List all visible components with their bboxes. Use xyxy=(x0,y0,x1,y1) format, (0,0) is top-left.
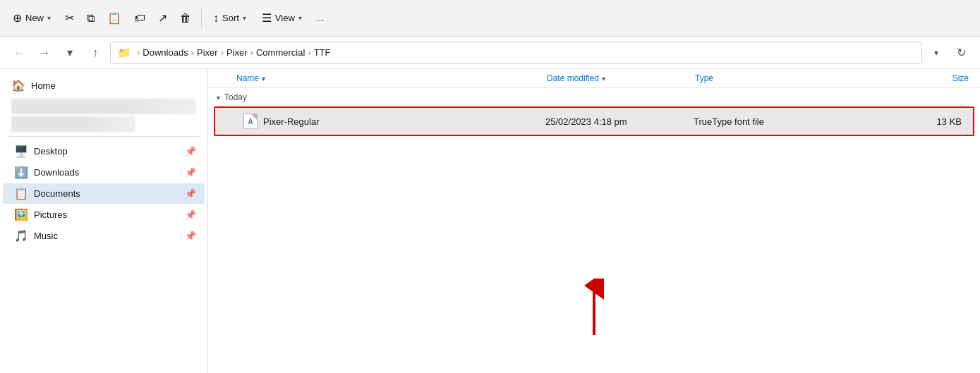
address-dropdown-button[interactable]: ▾ xyxy=(926,43,946,63)
col-date-label: Date modified xyxy=(547,73,599,83)
col-date-header[interactable]: Date modified ▾ xyxy=(547,73,695,83)
copy-button[interactable]: ⧉ xyxy=(81,8,100,28)
sidebar-item-home[interactable]: 🏠 Home xyxy=(0,75,207,97)
path-folder-icon: 📁 xyxy=(118,47,131,59)
col-size-header[interactable]: Size xyxy=(836,73,980,83)
sidebar-item-desktop[interactable]: 🖥️ Desktop 📌 xyxy=(3,141,205,161)
view-button[interactable]: ☰ View ▾ xyxy=(255,8,309,28)
file-size: 13 KB xyxy=(835,116,973,127)
sidebar-home-label: Home xyxy=(31,80,56,91)
new-button[interactable]: ⊕ New ▾ xyxy=(6,8,58,28)
sidebar-item-music[interactable]: 🎵 Music 📌 xyxy=(3,226,205,246)
music-icon: 🎵 xyxy=(14,229,28,243)
back-button[interactable]: ← xyxy=(8,42,30,63)
sidebar-item-documents[interactable]: 📋 Documents 📌 xyxy=(3,183,205,204)
copy-icon: ⧉ xyxy=(87,12,95,25)
path-separator-2: › xyxy=(221,47,224,58)
path-downloads: Downloads xyxy=(143,47,188,58)
path-separator-3: › xyxy=(250,47,253,58)
rename-icon: 🏷 xyxy=(134,12,145,25)
sidebar-desktop-label: Desktop xyxy=(34,146,179,157)
path-pixer2: Pixer xyxy=(226,47,248,58)
path-separator-4: › xyxy=(308,47,310,58)
col-name-label: Name xyxy=(236,73,259,83)
sort-button[interactable]: ↕ Sort ▾ xyxy=(206,8,253,28)
sort-icon: ↕ xyxy=(213,12,219,25)
share-button[interactable]: ↗ xyxy=(152,8,173,28)
cut-icon: ✂ xyxy=(65,11,74,25)
up-icon: ↑ xyxy=(92,47,98,59)
file-date: 25/02/2023 4:18 pm xyxy=(545,116,694,127)
sidebar-blurred-2 xyxy=(11,116,135,132)
sort-chevron-icon: ▾ xyxy=(243,14,246,22)
back-icon: ← xyxy=(13,47,25,59)
downloads-icon: ⬇️ xyxy=(14,166,28,179)
path-separator-1: › xyxy=(191,47,194,58)
rename-button[interactable]: 🏷 xyxy=(128,8,151,28)
dropdown-nav-button[interactable]: ▾ xyxy=(59,42,80,63)
paste-button[interactable]: 📋 xyxy=(102,8,127,28)
group-today-header[interactable]: ▾ Today xyxy=(208,88,980,105)
sidebar-item-pictures[interactable]: 🖼️ Pictures 📌 xyxy=(3,204,205,225)
path-commercial: Commercial xyxy=(256,47,305,58)
toolbar: ⊕ New ▾ ✂ ⧉ 📋 🏷 ↗ 🗑 ↕ Sort ▾ ☰ View ▾ ..… xyxy=(0,0,980,37)
file-type: TrueType font file xyxy=(694,116,835,127)
pin-icon-documents: 📌 xyxy=(185,188,196,199)
sidebar-pictures-label: Pictures xyxy=(34,209,179,220)
file-type-icon: A xyxy=(243,114,258,129)
delete-icon: 🗑 xyxy=(180,12,191,25)
pin-icon-desktop: 📌 xyxy=(185,146,196,157)
refresh-button[interactable]: ↻ xyxy=(950,42,972,63)
refresh-icon: ↻ xyxy=(957,46,966,59)
share-icon: ↗ xyxy=(158,11,167,25)
sidebar-music-label: Music xyxy=(34,231,179,241)
pictures-icon: 🖼️ xyxy=(14,208,28,221)
new-label: New xyxy=(25,13,44,23)
address-path[interactable]: 📁 › Downloads › Pixer › Pixer › Commerci… xyxy=(110,42,922,64)
more-options-button[interactable]: ... xyxy=(310,9,329,27)
col-type-label: Type xyxy=(695,73,713,83)
annotation-arrow xyxy=(580,279,608,345)
col-name-header[interactable]: Name ▾ xyxy=(236,73,547,83)
delete-button[interactable]: 🗑 xyxy=(174,8,197,28)
up-button[interactable]: ↑ xyxy=(85,42,106,63)
paste-icon: 📋 xyxy=(107,11,121,25)
view-icon: ☰ xyxy=(262,11,272,25)
path-pixer1: Pixer xyxy=(197,47,218,58)
sidebar-divider xyxy=(8,136,199,137)
addressbar: ← → ▾ ↑ 📁 › Downloads › Pixer › Pixer › … xyxy=(0,37,980,69)
pin-icon-downloads: 📌 xyxy=(185,167,196,178)
file-pane: Name ▾ Date modified ▾ Type Size ▾ Today… xyxy=(208,69,980,373)
sort-arrow-date: ▾ xyxy=(602,75,605,82)
forward-button[interactable]: → xyxy=(34,42,55,63)
group-chevron-icon: ▾ xyxy=(217,94,220,102)
new-icon: ⊕ xyxy=(13,11,22,25)
table-row[interactable]: A Pixer-Regular 25/02/2023 4:18 pm TrueT… xyxy=(214,106,974,136)
sidebar-item-downloads[interactable]: ⬇️ Downloads 📌 xyxy=(3,162,205,183)
col-size-label: Size xyxy=(952,73,969,83)
sidebar-documents-label: Documents xyxy=(34,188,179,199)
address-dropdown-icon: ▾ xyxy=(934,48,938,58)
view-label: View xyxy=(275,13,295,23)
home-icon: 🏠 xyxy=(11,79,25,92)
cut-button[interactable]: ✂ xyxy=(59,8,80,28)
main-area: 🏠 Home 🖥️ Desktop 📌 ⬇️ Downloads 📌 📋 Doc… xyxy=(0,69,980,373)
forward-icon: → xyxy=(39,47,50,59)
group-today-label: Today xyxy=(224,92,247,102)
sort-arrow-name: ▾ xyxy=(262,75,265,82)
pin-icon-pictures: 📌 xyxy=(185,209,196,220)
view-chevron-icon: ▾ xyxy=(298,14,302,22)
sidebar-blurred-1 xyxy=(11,99,196,114)
col-type-header[interactable]: Type xyxy=(695,73,836,83)
column-headers: Name ▾ Date modified ▾ Type Size xyxy=(208,69,980,88)
toolbar-separator xyxy=(201,8,202,28)
path-ttf: TTF xyxy=(314,47,331,58)
desktop-icon: 🖥️ xyxy=(14,145,28,158)
sidebar-downloads-label: Downloads xyxy=(34,167,179,178)
more-icon: ... xyxy=(316,13,324,23)
pin-icon-music: 📌 xyxy=(185,231,196,241)
file-name: Pixer-Regular xyxy=(263,116,545,127)
dropdown-nav-icon: ▾ xyxy=(67,46,73,59)
new-chevron-icon: ▾ xyxy=(47,14,51,22)
documents-icon: 📋 xyxy=(14,187,28,200)
